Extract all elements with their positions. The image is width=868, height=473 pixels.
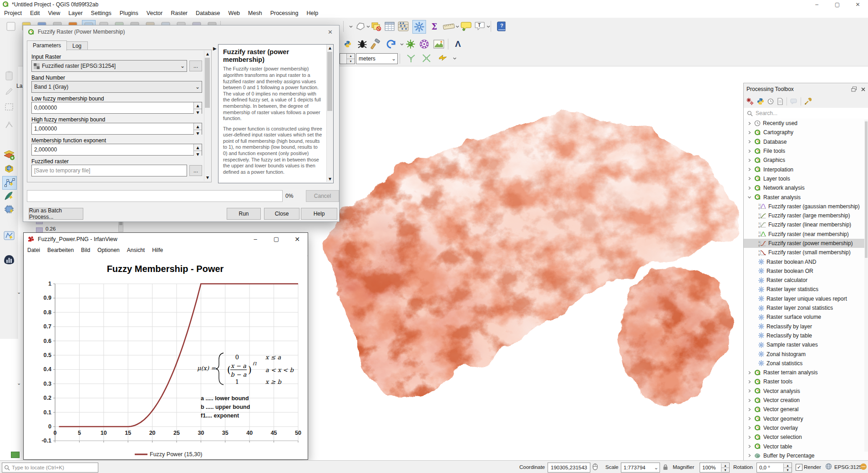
irfanview-close-button[interactable]: ✕	[287, 233, 308, 246]
window-close-button[interactable]: ✕	[848, 0, 868, 9]
irfanview-menu-bild[interactable]: Bild	[77, 246, 94, 255]
window-minimize-button[interactable]: –	[807, 0, 827, 9]
messages-icon[interactable]	[860, 463, 867, 470]
window-titlebar[interactable]: *Untitled Project - QGIS 0fd99f32ab – ▢ …	[0, 0, 868, 9]
rotation-spinbox[interactable]: 0,0 ° ▴▾	[756, 463, 792, 473]
toolbox-item-recently-used[interactable]: Recently used	[744, 119, 868, 128]
scroll-down-icon[interactable]: ▾	[327, 176, 333, 182]
menu-edit[interactable]: Edit	[26, 9, 44, 17]
toolbox-item-raster-surface-volume[interactable]: Raster surface volume	[744, 312, 868, 322]
toolbox-item-vector-geometry[interactable]: Vector geometry	[744, 414, 868, 423]
spin-up-icon[interactable]: ▴	[194, 102, 202, 109]
chevron-right-icon[interactable]	[746, 149, 752, 153]
chevron-right-icon[interactable]	[746, 453, 752, 458]
toolbox-item-fuzzify-raster-linear-membership[interactable]: 10Fuzzify raster (linear membership)	[744, 220, 868, 229]
run-button[interactable]: Run	[227, 208, 261, 220]
scroll-down-icon[interactable]: ▾	[204, 174, 211, 181]
dialog-titlebar[interactable]: Fuzzify Raster (Power Membership) ✕	[23, 25, 339, 38]
statistical-summary-icon[interactable]	[397, 20, 410, 33]
toolbox-item-raster-layer-zonal-statistics[interactable]: Raster layer zonal statistics	[744, 303, 868, 312]
toolbox-item-raster-layer-unique-values-report[interactable]: Raster layer unique values report	[744, 294, 868, 303]
toolbox-item-fuzzify-raster-large-membership[interactable]: 10Fuzzify raster (large membership)	[744, 211, 868, 220]
toolbox-item-raster-calculator[interactable]: Raster calculator	[744, 276, 868, 285]
chevron-right-icon[interactable]	[746, 371, 752, 375]
toolbox-item-zonal-histogram[interactable]: Zonal histogram	[744, 349, 868, 358]
processing-toolbox-icon[interactable]	[412, 20, 426, 34]
menu-database[interactable]: Database	[192, 9, 224, 17]
dialog-close-icon[interactable]: ✕	[328, 29, 339, 35]
menu-vector[interactable]: Vector	[142, 9, 167, 17]
irfanview-maximize-button[interactable]: ▢	[266, 233, 287, 246]
select-rect-grey-icon[interactable]	[2, 101, 16, 113]
spin-down-icon[interactable]: ▾	[721, 468, 729, 472]
measure-line-icon[interactable]	[442, 20, 455, 33]
options-wrench-icon[interactable]	[804, 98, 812, 105]
help-button[interactable]: Help	[301, 208, 337, 220]
spin-down-icon[interactable]: ▾	[194, 130, 202, 136]
irfanview-menu-datei[interactable]: Datei	[24, 246, 44, 255]
chevron-right-icon[interactable]	[746, 176, 752, 181]
chevron-down-icon[interactable]	[746, 195, 752, 199]
chevron-right-icon[interactable]	[746, 186, 752, 190]
toolbox-item-graphics[interactable]: Graphics	[744, 156, 868, 165]
spin-up-icon[interactable]: ▴	[784, 463, 792, 468]
toolbox-item-reclassify-by-table[interactable]: Reclassify by table	[744, 331, 868, 340]
undock-panel-icon[interactable]	[851, 86, 857, 92]
scroll-up-icon[interactable]: ▴	[327, 45, 333, 51]
paste-grey-icon[interactable]	[2, 70, 16, 82]
toolbox-item-database[interactable]: Database	[744, 137, 868, 146]
chevron-right-icon[interactable]	[746, 444, 752, 448]
intersection-node-icon[interactable]	[420, 52, 433, 64]
render-checkbox[interactable]: ✓	[796, 464, 802, 471]
new-shapefile-layer-icon[interactable]	[2, 176, 17, 190]
menu-processing[interactable]: Processing	[266, 9, 303, 17]
models-icon[interactable]	[746, 98, 754, 105]
irfanview-menu-bearbeiten[interactable]: Bearbeiten	[44, 246, 77, 255]
dropdown-caret[interactable]	[400, 38, 404, 50]
python-console-icon[interactable]	[341, 38, 354, 50]
spin-up-icon[interactable]: ▴	[194, 144, 202, 151]
chevron-right-icon[interactable]	[746, 121, 752, 126]
menu-web[interactable]: Web	[224, 9, 244, 17]
spin-down-icon[interactable]: ▾	[784, 468, 792, 472]
menu-plugins[interactable]: Plugins	[116, 9, 142, 17]
menu-help[interactable]: Help	[302, 9, 322, 17]
toolbox-item-vector-overlay[interactable]: Vector overlay	[744, 423, 868, 433]
menu-layer[interactable]: Layer	[64, 9, 86, 17]
close-button[interactable]: Close	[264, 208, 299, 220]
raster-image-icon[interactable]	[432, 38, 445, 50]
toolbox-item-zonal-statistics[interactable]: Zonal statistics	[744, 359, 868, 368]
spin-up-icon[interactable]: ▴	[721, 463, 729, 468]
chevron-right-icon[interactable]	[746, 398, 752, 403]
attribute-table-icon[interactable]	[383, 20, 396, 33]
dropdown-caret[interactable]	[452, 52, 457, 64]
toolbox-item-fuzzify-raster-small-membership[interactable]: 10Fuzzify raster (small membership)	[744, 248, 868, 257]
help-contents-icon[interactable]: ?	[495, 20, 508, 33]
chevron-right-icon[interactable]	[746, 389, 752, 393]
irfanview-menu-hilfe[interactable]: Hilfe	[148, 246, 167, 255]
toolbox-item-raster-tools[interactable]: Raster tools	[744, 377, 868, 386]
locate-input[interactable]: Type to locate (Ctrl+K)	[2, 463, 98, 473]
crs-globe-icon[interactable]	[825, 463, 832, 470]
units-combo[interactable]: meters⌄	[356, 53, 398, 64]
help-scrollbar[interactable]: ▴ ▾	[326, 45, 333, 182]
input-raster-browse-button[interactable]: ...	[189, 60, 202, 71]
new-memory-layer-icon[interactable]	[2, 203, 16, 216]
sum-sigma-icon[interactable]: Σ	[428, 20, 441, 33]
deselect-features-icon[interactable]	[354, 20, 367, 33]
chevron-right-icon[interactable]	[746, 408, 752, 412]
chevron-right-icon[interactable]	[746, 417, 752, 421]
cancel-button[interactable]: Cancel	[306, 190, 339, 202]
menu-mesh[interactable]: Mesh	[244, 9, 266, 17]
edit-features-inplace-icon[interactable]	[790, 98, 797, 105]
output-browse-button[interactable]: ...	[189, 165, 202, 176]
search-radius-spinbox[interactable]: ▴▾	[340, 53, 355, 64]
refresh-plugins-icon[interactable]	[385, 38, 398, 50]
magnifier-spinbox[interactable]: 100% ▴▾	[700, 463, 730, 473]
toolbox-item-reclassify-by-layer[interactable]: Reclassify by layer	[744, 322, 868, 331]
new-3d-map-icon[interactable]	[2, 162, 16, 175]
menu-view[interactable]: View	[44, 9, 64, 17]
spin-down-icon[interactable]: ▾	[194, 109, 202, 116]
toolbox-item-interpolation[interactable]: Interpolation	[744, 165, 868, 174]
report-bug-icon[interactable]	[356, 38, 369, 50]
